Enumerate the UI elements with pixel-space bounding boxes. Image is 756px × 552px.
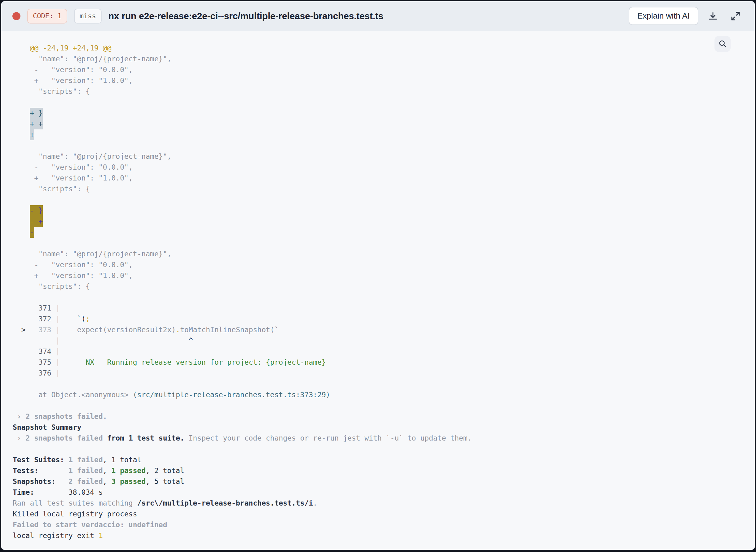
terminal-line — [13, 292, 755, 303]
terminal-line: - "version": "0.0.0", — [13, 64, 755, 75]
terminal-line: "name": "@proj/{project-name}", — [13, 249, 755, 259]
terminal-line: Snapshot Summary — [13, 422, 755, 433]
terminal-line: + "version": "1.0.0", — [13, 173, 755, 183]
terminal-line: Test Suites: 1 failed, 1 total — [13, 454, 755, 465]
terminal-line: Tests: 1 failed, 1 passed, 2 total — [13, 465, 755, 476]
download-icon — [708, 11, 718, 21]
terminal-line: Ran all test suites matching /src\/multi… — [13, 498, 755, 509]
terminal-line: 375 | NX Running release version for pro… — [13, 357, 755, 368]
terminal-line — [13, 97, 755, 108]
terminal-line: + — [13, 129, 755, 140]
terminal-line: "name": "@proj/{project-name}", — [13, 53, 755, 64]
terminal-line: Failed to start verdaccio: undefined — [13, 520, 755, 530]
terminal-line: | ^ — [13, 335, 755, 346]
explain-with-ai-button[interactable]: Explain with AI — [629, 7, 698, 25]
terminal-line: - "version": "0.0.0", — [13, 259, 755, 270]
terminal-line — [13, 194, 755, 205]
terminal-line: 376 | — [13, 368, 755, 379]
terminal-panel: @@ -24,19 +24,19 @@ "name": "@proj/{proj… — [1, 31, 755, 550]
terminal-output: @@ -24,19 +24,19 @@ "name": "@proj/{proj… — [1, 31, 755, 541]
terminal-line: Killed local registry process — [13, 509, 755, 520]
terminal-line: 372 | `); — [13, 314, 755, 324]
header-bar: CODE: 1 miss nx run e2e-release:e2e-ci--… — [1, 1, 755, 31]
exit-code-badge: CODE: 1 — [27, 9, 67, 23]
fullscreen-button[interactable] — [728, 8, 744, 24]
terminal-line: › 2 snapshots failed from 1 test suite. … — [13, 433, 755, 444]
terminal-line: Snapshots: 2 failed, 3 passed, 5 total — [13, 476, 755, 487]
terminal-line: Time: 38.034 s — [13, 487, 755, 498]
terminal-line: + } — [13, 108, 755, 119]
terminal-line: - — [13, 227, 755, 238]
terminal-line: + "version": "1.0.0", — [13, 75, 755, 86]
expand-icon — [730, 11, 741, 22]
terminal-line — [13, 238, 755, 249]
terminal-line: - } — [13, 205, 755, 216]
terminal-line: "scripts": { — [13, 281, 755, 292]
terminal-line: @@ -24,19 +24,19 @@ — [13, 43, 755, 53]
cache-status-badge: miss — [74, 9, 102, 23]
terminal-line — [13, 140, 755, 151]
terminal-line: > 373 | expect(versionResult2x).toMatchI… — [13, 324, 755, 335]
terminal-line: "name": "@proj/{project-name}", — [13, 151, 755, 162]
task-output-window: CODE: 1 miss nx run e2e-release:e2e-ci--… — [1, 1, 755, 550]
download-button[interactable] — [705, 8, 721, 24]
search-button[interactable] — [715, 36, 731, 52]
status-dot-icon — [12, 12, 20, 20]
terminal-line: - + — [13, 216, 755, 227]
terminal-line — [13, 444, 755, 454]
terminal-line — [13, 379, 755, 390]
terminal-line: at Object.<anonymous> (src/multiple-rele… — [13, 390, 755, 400]
terminal-line: 371 | — [13, 303, 755, 314]
search-icon — [718, 39, 727, 49]
terminal-line: local registry exit 1 — [13, 530, 755, 541]
terminal-line — [13, 400, 755, 411]
terminal-line: + + — [13, 119, 755, 129]
terminal-line: 374 | — [13, 346, 755, 357]
command-title: nx run e2e-release:e2e-ci--src/multiple-… — [108, 11, 384, 21]
terminal-line: "scripts": { — [13, 183, 755, 194]
terminal-line: "scripts": { — [13, 86, 755, 97]
terminal-line: › 2 snapshots failed. — [13, 411, 755, 422]
terminal-line: + "version": "1.0.0", — [13, 270, 755, 281]
terminal-line: - "version": "0.0.0", — [13, 162, 755, 173]
